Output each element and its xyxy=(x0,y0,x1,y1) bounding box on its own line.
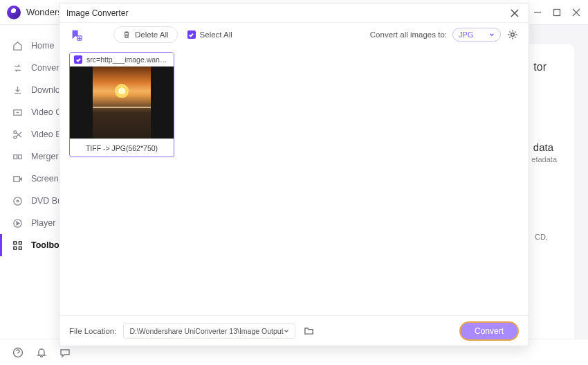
thumbnail-image xyxy=(70,66,174,139)
format-select[interactable]: JPG xyxy=(452,28,501,42)
select-all-checkbox[interactable]: Select All xyxy=(187,30,232,39)
minimize-button[interactable] xyxy=(533,8,542,17)
trash-icon xyxy=(122,30,131,39)
play-icon xyxy=(12,218,23,229)
select-all-label: Select All xyxy=(200,30,232,39)
svg-point-10 xyxy=(14,197,21,204)
file-location-select[interactable]: D:\Wondershare UniConverter 13\Image Out… xyxy=(123,323,295,339)
sidebar-item-label: Player xyxy=(31,218,55,228)
bell-icon[interactable] xyxy=(36,347,47,358)
toolbox-icon xyxy=(12,240,23,251)
settings-button[interactable] xyxy=(506,28,519,41)
download-icon xyxy=(12,85,23,96)
delete-all-button[interactable]: Delete All xyxy=(113,26,178,43)
convert-all-label: Convert all images to: xyxy=(370,30,447,39)
recorder-icon xyxy=(12,174,23,184)
checkbox-checked-icon xyxy=(187,30,196,39)
merger-icon xyxy=(12,152,23,162)
help-icon[interactable] xyxy=(12,347,24,358)
thumbnail-header: src=http___image.wangc... xyxy=(70,53,174,66)
svg-point-5 xyxy=(14,130,17,133)
delete-all-label: Delete All xyxy=(135,30,169,39)
bg-text-fragment: data xyxy=(533,141,553,153)
file-location-value: D:\Wondershare UniConverter 13\Image Out… xyxy=(129,327,283,335)
convert-button[interactable]: Convert xyxy=(459,321,519,341)
svg-rect-9 xyxy=(14,176,19,181)
disc-icon xyxy=(12,196,23,206)
modal-body: src=http___image.wangc... TIFF -> JPG(56… xyxy=(59,46,529,315)
svg-rect-13 xyxy=(14,241,17,244)
svg-rect-14 xyxy=(19,241,21,244)
image-thumbnail-card[interactable]: src=http___image.wangc... TIFF -> JPG(56… xyxy=(69,52,174,157)
convert-button-label: Convert xyxy=(475,326,504,336)
app-logo xyxy=(7,6,21,19)
image-converter-modal: Image Converter Delete All Select All Co… xyxy=(59,3,529,346)
chevron-down-icon xyxy=(489,32,495,37)
svg-rect-15 xyxy=(14,247,17,249)
sidebar-item-label: Merger xyxy=(31,152,59,161)
gear-icon xyxy=(507,29,518,40)
sidebar-item-label: Home xyxy=(31,41,54,51)
maximize-button[interactable] xyxy=(552,8,562,17)
svg-point-6 xyxy=(14,136,17,139)
chat-icon[interactable] xyxy=(59,347,71,358)
scissors-icon xyxy=(12,130,23,140)
thumbnail-filename: src=http___image.wangc... xyxy=(86,55,169,64)
home-icon xyxy=(12,41,23,51)
svg-rect-1 xyxy=(554,9,560,15)
modal-footer: File Location: D:\Wondershare UniConvert… xyxy=(59,315,529,346)
thumbnail-footer: TIFF -> JPG(562*750) xyxy=(70,139,174,157)
close-button[interactable] xyxy=(571,8,581,17)
converter-icon xyxy=(12,63,23,73)
checkbox-checked-icon[interactable] xyxy=(74,55,82,64)
bg-text-fragment: tor xyxy=(533,61,546,73)
format-value: JPG xyxy=(459,30,473,39)
add-image-button[interactable] xyxy=(69,28,83,42)
toolbar-right: Convert all images to: JPG xyxy=(370,28,519,42)
sunset-image-preview xyxy=(93,66,151,139)
open-folder-button[interactable] xyxy=(302,324,316,338)
modal-close-button[interactable] xyxy=(508,6,522,20)
compressor-icon xyxy=(12,107,23,118)
svg-point-11 xyxy=(17,200,19,202)
file-location-label: File Location: xyxy=(69,327,116,335)
folder-icon xyxy=(304,326,314,336)
modal-toolbar: Delete All Select All Convert all images… xyxy=(59,23,529,46)
chevron-down-icon xyxy=(284,328,289,334)
modal-header: Image Converter xyxy=(59,3,529,23)
bg-text-fragment: CD. xyxy=(535,233,548,241)
svg-rect-16 xyxy=(19,247,21,249)
svg-point-21 xyxy=(511,33,515,37)
window-controls xyxy=(533,8,581,17)
svg-rect-7 xyxy=(14,154,17,159)
bg-text-fragment: etadata xyxy=(531,155,557,163)
svg-rect-8 xyxy=(18,154,21,159)
modal-title: Image Converter xyxy=(66,8,128,18)
